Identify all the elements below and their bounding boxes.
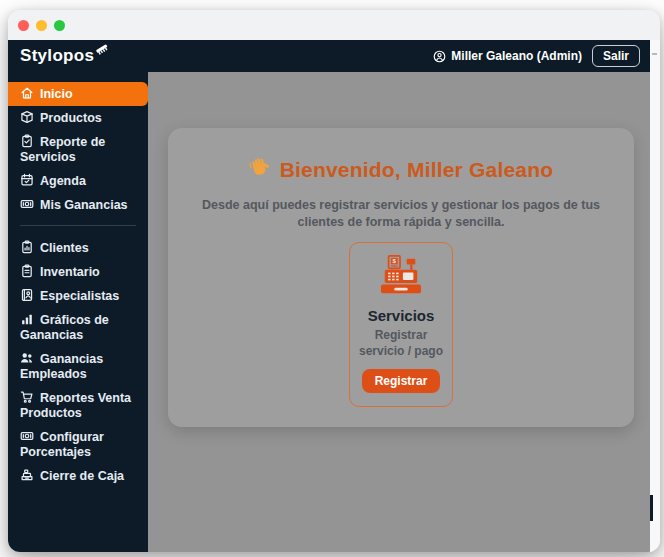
cart-icon [20, 391, 40, 405]
traffic-light-maximize-button[interactable] [54, 20, 65, 31]
sidebar-nav: InicioProductosReporte de ServiciosAgend… [8, 72, 148, 552]
app-logo: Stylopos [20, 46, 108, 66]
sidebar-item-configurar-porcentajes[interactable]: Configurar Porcentajes [8, 425, 148, 464]
sidebar-item-label: Especialistas [40, 289, 119, 303]
traffic-light-close-button[interactable] [18, 20, 29, 31]
register-icon [20, 469, 40, 483]
sidebar-item-ganancias-empleados[interactable]: Ganancias Empleados [8, 347, 148, 386]
scrollbar-arrow-icon [652, 53, 657, 55]
sidebar-item-inicio[interactable]: Inicio [8, 82, 148, 106]
top-navbar: Stylopos Miller Galeano (Admin) Salir [8, 40, 650, 72]
register-service-button[interactable]: Registrar [362, 369, 441, 393]
bar-chart-icon [20, 313, 40, 327]
sidebar-item-reportes-venta-productos[interactable]: Reportes Venta Productos [8, 386, 148, 425]
welcome-title: Bienvenido, Miller Galeano [192, 156, 610, 183]
clipboard-chart-icon [20, 241, 40, 255]
sidebar-item-cierre-de-caja[interactable]: Cierre de Caja [8, 464, 148, 488]
sidebar-item-productos[interactable]: Productos [8, 106, 148, 130]
scrollbar-track[interactable] [650, 40, 660, 552]
main-content: Bienvenido, Miller Galeano Desde aquí pu… [148, 72, 650, 552]
traffic-light-minimize-button[interactable] [36, 20, 47, 31]
calendar-icon [20, 174, 40, 188]
sidebar-item-mis-ganancias[interactable]: Mis Ganancias [8, 193, 148, 217]
waving-hand-icon [249, 156, 271, 183]
svg-text:$: $ [393, 257, 397, 264]
scrollbar-thumb[interactable] [650, 495, 653, 521]
app-root: Stylopos Miller Galeano (Admin) Salir [8, 40, 660, 552]
clipboard-check-icon [20, 135, 40, 149]
sidebar-item-inventario[interactable]: Inventario [8, 260, 148, 284]
sidebar-item-graficos-de-ganancias[interactable]: Gráficos de Ganancias [8, 308, 148, 347]
sidebar-item-label: Productos [40, 111, 102, 125]
sidebar-item-label: Cierre de Caja [40, 469, 124, 483]
home-icon [20, 87, 40, 101]
services-tile-title: Servicios [357, 307, 445, 324]
sidebar-item-label: Inicio [40, 87, 73, 101]
sidebar-divider [20, 225, 136, 226]
sidebar-item-label: Clientes [40, 241, 89, 255]
user-name-label: Miller Galeano (Admin) [451, 49, 582, 63]
sidebar-item-especialistas[interactable]: Especialistas [8, 284, 148, 308]
sidebar-item-label: Agenda [40, 174, 86, 188]
sidebar-item-label: Mis Ganancias [40, 198, 128, 212]
sidebar-item-agenda[interactable]: Agenda [8, 169, 148, 193]
services-tile-description: Registrar servicio / pago [357, 327, 445, 359]
sidebar-item-label: Inventario [40, 265, 100, 279]
clipboard-list-icon [20, 265, 40, 279]
services-tile[interactable]: $ [349, 242, 453, 407]
cash-icon [20, 430, 40, 444]
cash-icon [20, 198, 40, 212]
sidebar-item-clientes[interactable]: Clientes [8, 236, 148, 260]
browser-window: Stylopos Miller Galeano (Admin) Salir [8, 10, 660, 552]
package-icon [20, 111, 40, 125]
window-titlebar [8, 10, 660, 40]
user-circle-icon [433, 50, 446, 63]
user-menu[interactable]: Miller Galeano (Admin) [433, 49, 582, 63]
cash-register-icon: $ [378, 282, 424, 299]
logo-comb-icon [94, 40, 110, 60]
welcome-title-text: Bienvenido, Miller Galeano [280, 158, 554, 182]
users-icon [20, 352, 40, 366]
app-logo-text: Stylopos [20, 46, 94, 65]
welcome-subtitle: Desde aquí puedes registrar servicios y … [192, 197, 610, 231]
welcome-card: Bienvenido, Miller Galeano Desde aquí pu… [168, 128, 634, 427]
address-book-icon [20, 289, 40, 303]
sidebar-item-reporte-de-servicios[interactable]: Reporte de Servicios [8, 130, 148, 169]
logout-button[interactable]: Salir [592, 45, 640, 67]
